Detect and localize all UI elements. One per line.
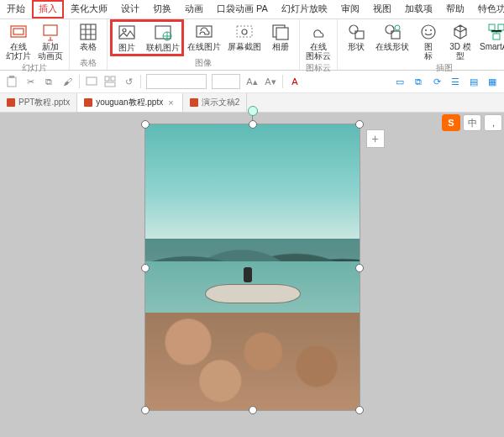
selected-image[interactable]: + (145, 124, 360, 410)
layout-options-button[interactable]: + (366, 129, 385, 148)
ribbon-btn-table[interactable]: 表格 (74, 21, 102, 53)
ribbon-btn-label: 新加动画页 (38, 42, 63, 61)
menu-item-2[interactable]: 美化大师 (64, 0, 114, 18)
doc-tab-label: PPT教程.pptx (18, 97, 70, 108)
menu-item-8[interactable]: 审阅 (334, 0, 366, 18)
format-painter-icon[interactable]: 🖌 (60, 75, 74, 88)
ribbon-group-幻灯片: 在线幻灯片新加动画页幻灯片 (0, 19, 70, 70)
ribbon-btn-cloud-image[interactable]: 在线图片 (186, 21, 223, 53)
ribbon-btn-3d-model[interactable]: 3D 模型 (446, 21, 475, 62)
menu-item-12[interactable]: 特色功能 (471, 0, 504, 18)
ribbon-group-label: 图像 (195, 57, 212, 70)
ribbon-btn-screenshot[interactable]: 屏幕截图 (226, 21, 263, 53)
layout-icon[interactable] (103, 75, 117, 88)
resize-handle-r[interactable] (355, 264, 364, 272)
menu-item-1[interactable]: 插入 (32, 0, 64, 18)
doc-tab-2[interactable]: 演示文稿2 (183, 93, 248, 112)
ime-lang-chip[interactable]: 中 (463, 114, 481, 131)
ribbon-btn-label: 3D 模型 (449, 42, 471, 61)
smartart-icon (487, 23, 504, 41)
menu-item-6[interactable]: 口袋动画 PA (210, 0, 275, 18)
reset-icon[interactable]: ↺ (122, 75, 135, 88)
ribbon-btn-new-slide[interactable]: 新加动画页 (36, 21, 65, 62)
close-icon[interactable]: × (166, 97, 175, 108)
ribbon-btn-icons[interactable]: 图标 (414, 21, 443, 62)
menu-item-3[interactable]: 设计 (114, 0, 146, 18)
resize-handle-l[interactable] (141, 264, 150, 272)
group-tool-icon[interactable]: ⧉ (412, 75, 425, 88)
ribbon-btn-online-image[interactable]: 联机图片 (144, 22, 181, 54)
cut-icon[interactable]: ✂ (24, 75, 37, 88)
doc-tab-label: 演示文稿2 (202, 97, 240, 108)
svg-point-17 (395, 25, 400, 30)
doc-tab-0[interactable]: PPT教程.pptx (0, 93, 77, 112)
increase-font-icon[interactable]: A▴ (245, 75, 259, 88)
ribbon-btn-album[interactable]: 相册 (266, 21, 295, 53)
new-slide-icon (41, 23, 60, 41)
copy-icon[interactable]: ⧉ (42, 75, 55, 88)
menu-item-5[interactable]: 动画 (178, 0, 210, 18)
ribbon-btn-shapes[interactable]: 形状 (342, 21, 370, 53)
resize-handle-tl[interactable] (141, 120, 150, 129)
paste-icon[interactable] (5, 75, 18, 88)
menu-item-7[interactable]: 幻灯片放映 (275, 0, 334, 18)
svg-point-10 (242, 29, 247, 34)
menu-item-11[interactable]: 帮助 (439, 0, 471, 18)
icons-icon (419, 23, 438, 41)
more-tool-icon[interactable]: ▤ (467, 75, 480, 88)
ribbon-btn-label: 联机图片 (146, 43, 180, 52)
table-icon (79, 23, 97, 41)
slides-online-icon (9, 23, 28, 41)
svg-rect-33 (105, 82, 115, 87)
ime-punct-chip[interactable]: ， (484, 114, 502, 131)
new-slide-icon[interactable] (85, 75, 98, 88)
ime-float-bar: S 中 ， (442, 114, 502, 131)
online-shapes-icon (383, 23, 402, 41)
decrease-font-icon[interactable]: A▾ (264, 75, 277, 88)
resize-handle-b[interactable] (249, 406, 257, 414)
rotate-tool-icon[interactable]: ⟳ (430, 75, 444, 88)
svg-rect-31 (105, 76, 109, 81)
rotate-handle[interactable] (248, 106, 258, 116)
quick-access-toolbar: ✂ ⧉ 🖌 ↺ A▴ A▾ A ▭ ⧉ ⟳ ☰ ▤ ▦ (0, 71, 504, 93)
svg-rect-12 (276, 28, 288, 39)
svg-rect-29 (9, 76, 14, 78)
arrange-tool-icon[interactable]: ☰ (449, 75, 462, 88)
ribbon-group-图像: 图片联机图片在线图片屏幕截图相册图像 (108, 19, 300, 70)
font-color-icon[interactable]: A (288, 75, 302, 88)
menu-item-9[interactable]: 视图 (366, 0, 398, 18)
svg-point-5 (123, 29, 126, 32)
svg-rect-2 (44, 25, 57, 35)
menu-item-0[interactable]: 开始 (0, 0, 32, 18)
ribbon-btn-image[interactable]: 图片 (113, 22, 141, 54)
svg-rect-3 (81, 24, 96, 39)
cloud-image-icon (195, 23, 213, 41)
powerpoint-icon (190, 98, 198, 107)
extra-tool-icon[interactable]: ▦ (486, 75, 499, 88)
image-icon (118, 24, 136, 42)
svg-point-15 (386, 25, 394, 34)
ribbon-btn-slides-online[interactable]: 在线幻灯片 (4, 21, 33, 62)
ribbon-btn-label: SmartArt (480, 42, 504, 51)
ribbon-group-图标云: 在线图标云图标云 (300, 19, 338, 70)
sogou-ime-icon[interactable]: S (442, 114, 460, 131)
menu-item-4[interactable]: 切换 (146, 0, 178, 18)
ribbon-btn-label: 在线幻灯片 (6, 42, 31, 61)
svg-rect-21 (489, 24, 495, 30)
ribbon-group-表格: 表格表格 (70, 19, 108, 70)
resize-handle-tr[interactable] (355, 120, 364, 129)
ribbon-btn-online-shapes[interactable]: 在线形状 (374, 21, 411, 53)
ribbon-btn-label: 在线形状 (375, 42, 409, 51)
menu-item-10[interactable]: 加载项 (398, 0, 439, 18)
resize-handle-br[interactable] (355, 406, 364, 414)
doc-tab-1[interactable]: youguan教程.pptx× (77, 93, 183, 112)
slide-canvas[interactable]: + S 中 ， (0, 113, 504, 437)
resize-handle-bl[interactable] (141, 406, 150, 414)
ribbon-btn-label: 图片 (118, 43, 135, 52)
ribbon-btn-smartart[interactable]: SmartArt (478, 21, 504, 53)
ribbon-btn-icon-cloud[interactable]: 在线图标云 (304, 21, 333, 62)
align-tool-icon[interactable]: ▭ (393, 75, 407, 88)
ribbon-btn-label: 表格 (80, 42, 97, 51)
3d-model-icon (451, 23, 470, 41)
resize-handle-t[interactable] (249, 120, 257, 129)
